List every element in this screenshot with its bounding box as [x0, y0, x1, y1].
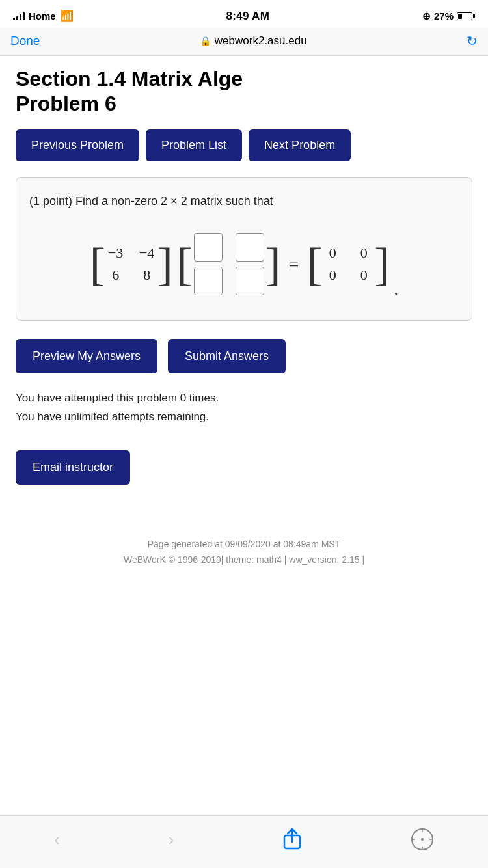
matrix-equation: [ −3 −4 6 8 ] [ ] — [29, 228, 459, 301]
wifi-icon: 📶 — [60, 9, 74, 23]
bracket-right-r: ] — [374, 239, 390, 289]
cell-a22: 8 — [138, 267, 156, 284]
attempt-line2: You have unlimited attempts remaining. — [16, 408, 472, 427]
bracket-right-a: ] — [157, 239, 173, 289]
matrix-a-cells: −3 −4 6 8 — [103, 239, 160, 289]
status-right: ⊕ 27% — [422, 10, 475, 22]
cell-a12: −4 — [138, 245, 156, 262]
carrier-label: Home — [29, 10, 56, 21]
matrix-x-cells — [190, 228, 268, 301]
compass-icon — [411, 828, 434, 851]
dot-sign: . — [394, 278, 398, 301]
url-bar: 🔒 webwork2.asu.edu — [47, 34, 459, 47]
done-button[interactable]: Done — [10, 34, 40, 48]
attempt-info: You have attempted this problem 0 times.… — [16, 389, 472, 427]
cell-a21: 6 — [107, 267, 125, 284]
forward-button[interactable]: › — [156, 826, 187, 854]
action-buttons: Preview My Answers Submit Answers — [16, 339, 472, 373]
input-x12[interactable] — [236, 233, 264, 262]
location-icon: ⊕ — [422, 10, 431, 22]
cell-r12: 0 — [355, 245, 373, 262]
cell-r11: 0 — [323, 245, 342, 262]
back-arrow-icon: ‹ — [54, 830, 60, 850]
footer-line2: WeBWorK © 1996-2019| theme: math4 | ww_v… — [31, 552, 457, 568]
cell-r21: 0 — [323, 267, 342, 284]
matrix-result: [ 0 0 0 0 ] — [306, 239, 390, 289]
url-text: webwork2.asu.edu — [215, 34, 307, 47]
input-x21[interactable] — [194, 267, 223, 295]
next-problem-button[interactable]: Next Problem — [249, 129, 351, 161]
input-x22[interactable] — [236, 267, 264, 295]
signal-icon — [13, 12, 25, 20]
status-bar: Home 📶 8:49 AM ⊕ 27% — [0, 0, 488, 28]
page-title: Section 1.4 Matrix Alge Problem 6 — [16, 66, 472, 116]
svg-point-2 — [421, 838, 424, 841]
share-icon — [282, 828, 302, 851]
nav-buttons: Previous Problem Problem List Next Probl… — [16, 129, 472, 161]
page-content: Section 1.4 Matrix Alge Problem 6 Previo… — [0, 66, 488, 593]
cell-r22: 0 — [355, 267, 373, 284]
time-display: 8:49 AM — [226, 10, 270, 23]
battery-pct: 27% — [434, 10, 454, 21]
problem-box: (1 point) Find a non-zero 2 × 2 matrix s… — [16, 177, 472, 321]
input-x11[interactable] — [194, 233, 223, 262]
problem-description: (1 point) Find a non-zero 2 × 2 matrix s… — [29, 193, 459, 210]
page-footer: Page generated at 09/09/2020 at 08:49am … — [16, 537, 472, 568]
lock-icon: 🔒 — [200, 36, 211, 46]
share-button[interactable] — [269, 824, 315, 855]
problem-list-button[interactable]: Problem List — [146, 129, 242, 161]
cell-a11: −3 — [107, 245, 125, 262]
previous-problem-button[interactable]: Previous Problem — [16, 129, 139, 161]
footer-line1: Page generated at 09/09/2020 at 08:49am … — [31, 537, 457, 552]
browser-bar: Done 🔒 webwork2.asu.edu ↻ — [0, 28, 488, 56]
attempt-line1: You have attempted this problem 0 times. — [16, 389, 472, 408]
compass-button[interactable] — [398, 824, 447, 855]
battery-icon — [457, 12, 475, 20]
preview-answers-button[interactable]: Preview My Answers — [16, 339, 157, 373]
matrix-result-cells: 0 0 0 0 — [319, 239, 377, 289]
status-left: Home 📶 — [13, 9, 74, 23]
back-button[interactable]: ‹ — [41, 826, 73, 854]
email-instructor-button[interactable]: Email instructor — [16, 450, 130, 485]
matrix-a: [ −3 −4 6 8 ] — [90, 239, 173, 289]
equals-sign: = — [285, 254, 303, 275]
forward-arrow-icon: › — [169, 830, 174, 850]
bracket-right-x: ] — [265, 228, 281, 301]
submit-answers-button[interactable]: Submit Answers — [168, 339, 286, 373]
matrix-x: [ ] — [177, 228, 281, 301]
bottom-nav: ‹ › — [0, 815, 488, 868]
refresh-button[interactable]: ↻ — [467, 33, 478, 49]
